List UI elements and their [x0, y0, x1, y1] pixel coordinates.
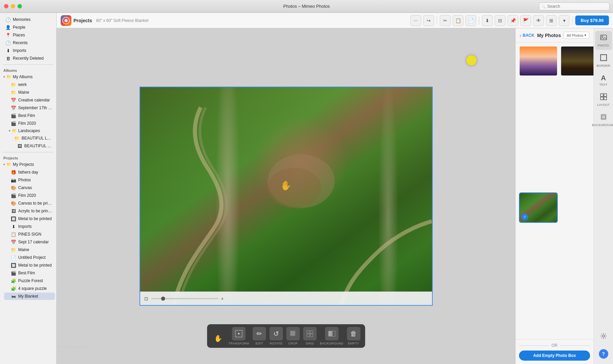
- canvas-bottom-bar: ⊡ +: [140, 292, 432, 305]
- download-button[interactable]: ⬇: [482, 15, 493, 26]
- tool-crop[interactable]: CROP: [286, 327, 300, 345]
- sidebar-project-photos[interactable]: 📷 Photos: [4, 176, 55, 184]
- cut-button[interactable]: ✂: [440, 15, 451, 26]
- sidebar-project-fathers-day[interactable]: 🎁 fathers day: [4, 169, 55, 176]
- my-albums-icon: 📁: [6, 74, 11, 79]
- layout-button[interactable]: ⊟: [495, 15, 505, 26]
- svg-point-1: [64, 19, 68, 22]
- sidebar-album-werk[interactable]: 📁 werk: [4, 81, 55, 88]
- tool-edit[interactable]: ✏ EDIT: [252, 327, 266, 345]
- ri-help[interactable]: ?: [595, 346, 612, 361]
- sidebar-project-4square[interactable]: 🧩 4 square puzzle: [4, 285, 55, 292]
- photo-thumb-sunset[interactable]: [519, 46, 558, 76]
- ri-border[interactable]: BORDER: [595, 51, 612, 70]
- sidebar-project-maine[interactable]: 📁 Maine: [4, 246, 55, 253]
- recents-icon: 🕑: [5, 40, 11, 46]
- sidebar-item-places[interactable]: 📍 Places: [1, 31, 55, 39]
- sidebar-project-imports[interactable]: ⬇ Imports: [4, 223, 55, 230]
- creative-cal-icon: 📅: [11, 97, 16, 103]
- toolbar-subtitle: 80" x 60" Soft Fleece Blanket: [96, 18, 148, 23]
- sidebar-item-recents[interactable]: 🕑 Recents: [1, 39, 55, 47]
- photo-thumb-aerial-selected[interactable]: ✓: [519, 192, 558, 223]
- my-albums-toggle[interactable]: ▾ 📁 My Albums: [1, 73, 55, 80]
- sidebar-project-untitled[interactable]: 📄 Untitled Project: [4, 254, 55, 261]
- sidebar-item-people[interactable]: 👤 People: [1, 24, 55, 31]
- sidebar-item-memories[interactable]: 🕐 Memories: [1, 16, 55, 23]
- eye-button[interactable]: 👁: [533, 15, 544, 26]
- sidebar-project-film2020[interactable]: 🎬 Film 2020: [4, 192, 55, 199]
- window-title: Photos – Mimeo Photos: [283, 4, 330, 9]
- sidebar-divider-1: [3, 64, 54, 65]
- copyright-text: © 2019 - 20.1.17.1002: [58, 345, 89, 348]
- photos-filter-button[interactable]: All Photos ▾: [563, 32, 589, 39]
- tool-hand[interactable]: ✋: [212, 332, 225, 345]
- tool-empty[interactable]: 🗑 EMPTY: [347, 327, 360, 345]
- recently-deleted-icon: 🗑: [5, 56, 11, 61]
- sidebar-album-creative-cal[interactable]: 📅 Creative calendar: [4, 96, 55, 104]
- tool-background[interactable]: BACKGROUND: [320, 327, 343, 345]
- zoom-plus-icon[interactable]: +: [221, 296, 224, 301]
- sidebar-album-best-film[interactable]: 🎬 Best Film: [4, 112, 55, 119]
- add-photo-button[interactable]: Add Empty Photo Box: [519, 351, 590, 361]
- buy-button[interactable]: Buy $79.99: [575, 16, 609, 25]
- sidebar-project-sept17-cal[interactable]: 📅 Sept 17 calendar: [4, 238, 55, 246]
- sidebar-project-metal2[interactable]: 🔲 Metal to be printed: [4, 262, 55, 269]
- projects-list: 🎁 fathers day 📷 Photos 🎨 Canvas 🎬 Film 2…: [0, 168, 56, 300]
- pin-button[interactable]: 📌: [508, 15, 518, 26]
- flag-button[interactable]: 🚩: [520, 15, 531, 26]
- landscapes-toggle[interactable]: ▾ 📁 Landscapes: [4, 127, 55, 134]
- transform-svg: [235, 330, 243, 338]
- sidebar-project-pines[interactable]: 📋 PINES SIGN: [4, 231, 55, 238]
- search-container: 🔍: [535, 0, 613, 12]
- canvas-frame[interactable]: ✋ ⊡ +: [140, 87, 433, 306]
- svg-rect-17: [602, 56, 606, 60]
- best-film-icon: 🎬: [11, 113, 16, 118]
- svg-rect-20: [601, 97, 603, 100]
- sidebar-project-canvas[interactable]: 🎨 Canvas: [4, 184, 55, 191]
- back-button[interactable]: ‹ BACK: [520, 32, 534, 38]
- zoom-slider[interactable]: [151, 298, 218, 299]
- sidebar-item-imports[interactable]: ⬇ Imports: [1, 47, 55, 54]
- ri-settings[interactable]: [595, 330, 612, 344]
- sidebar-project-canvas-print[interactable]: 🎨 Canvas to be print...: [4, 200, 55, 207]
- svg-rect-18: [601, 94, 603, 96]
- sidebar-project-my-blanket[interactable]: 🛏 My Blanket: [4, 293, 55, 300]
- ri-layout[interactable]: LAYOUT: [595, 90, 612, 109]
- more-button[interactable]: ▾: [559, 15, 570, 26]
- sidebar-album-beautiful-l[interactable]: 🖼 BEAUTIFUL L...: [4, 142, 55, 150]
- sidebar-project-best-film[interactable]: 🎬 Best Film: [4, 269, 55, 277]
- zoom-slider-thumb: [161, 297, 165, 301]
- undo-button[interactable]: ↩: [410, 15, 421, 26]
- sidebar-album-beautiful-la[interactable]: 📁 BEAUTIFUL LA...: [4, 134, 55, 142]
- sidebar-album-maine[interactable]: 📁 Maine: [4, 89, 55, 96]
- sidebar-project-acrylic[interactable]: 🖼 Acrylic to be printed: [4, 207, 55, 215]
- layout-panel-label: LAYOUT: [597, 103, 610, 107]
- sidebar-album-film2020[interactable]: 🎬 Film 2020: [4, 120, 55, 127]
- sidebar-item-recently-deleted[interactable]: 🗑 Recently Deleted: [1, 55, 55, 62]
- close-button[interactable]: [4, 4, 8, 8]
- paste-button[interactable]: 📄: [465, 15, 476, 26]
- redo-button[interactable]: ↪: [423, 15, 434, 26]
- maine-project-icon: 📁: [11, 247, 16, 252]
- tool-transform[interactable]: TRANSFORM: [228, 327, 249, 345]
- sidebar-project-metal[interactable]: 🔲 Metal to be printed: [4, 215, 55, 222]
- maximize-button[interactable]: [18, 4, 22, 8]
- search-input[interactable]: [539, 2, 610, 10]
- my-projects-toggle[interactable]: ▾ 📁 My Projects: [1, 161, 55, 168]
- tool-grid[interactable]: GRID: [303, 327, 316, 345]
- canvas-print-icon: 🎨: [11, 201, 16, 206]
- tool-rotate[interactable]: ↺ ROTATE: [269, 327, 283, 345]
- memories-icon: 🕐: [5, 17, 11, 22]
- sidebar-album-sept17[interactable]: 📅 September 17th sh...: [4, 104, 55, 112]
- copy-button[interactable]: 📋: [453, 15, 463, 26]
- minimize-button[interactable]: [11, 4, 15, 8]
- ri-background[interactable]: BACKGROUND: [595, 111, 612, 129]
- sidebar-project-puzzle-forest[interactable]: 🧩 Puzzle Forest: [4, 277, 55, 284]
- landscapes-chevron-icon: ▾: [9, 129, 10, 132]
- ri-text[interactable]: A TEXT: [595, 71, 612, 89]
- svg-rect-11: [310, 334, 313, 337]
- frame-button[interactable]: ⊞: [546, 15, 557, 26]
- photo-thumb-forest-autumn[interactable]: [560, 46, 593, 76]
- ri-photo[interactable]: PHOTO: [595, 31, 612, 50]
- main-content: Projects 80" x 60" Soft Fleece Blanket ↩…: [57, 13, 613, 364]
